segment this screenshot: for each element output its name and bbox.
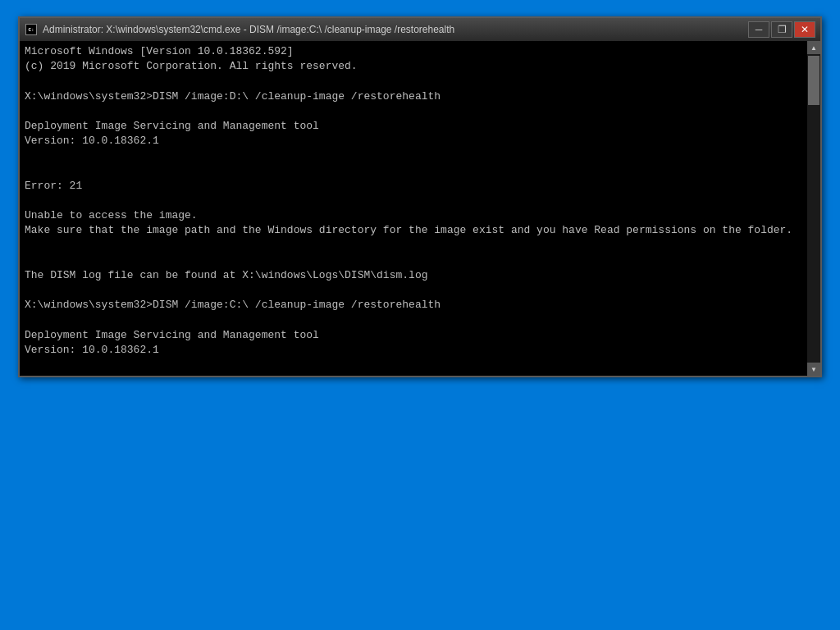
title-bar: Administrator: X:\windows\system32\cmd.e… bbox=[20, 18, 820, 41]
window-title: Administrator: X:\windows\system32\cmd.e… bbox=[43, 24, 454, 35]
console-content[interactable]: Microsoft Windows [Version 10.0.18362.59… bbox=[20, 41, 807, 376]
scrollbar[interactable]: ▲ ▼ bbox=[807, 41, 820, 376]
scrollbar-thumb[interactable] bbox=[808, 56, 819, 105]
scroll-up-arrow[interactable]: ▲ bbox=[807, 41, 820, 54]
cmd-window-icon bbox=[25, 23, 38, 36]
scroll-down-arrow[interactable]: ▼ bbox=[807, 363, 820, 376]
cmd-window: Administrator: X:\windows\system32\cmd.e… bbox=[18, 16, 822, 377]
title-bar-buttons: ─ ❐ ✕ bbox=[748, 21, 815, 38]
cmd-icon bbox=[25, 24, 37, 35]
restore-button[interactable]: ❐ bbox=[771, 21, 792, 38]
console-output: Microsoft Windows [Version 10.0.18362.59… bbox=[25, 44, 802, 372]
scrollbar-track[interactable] bbox=[807, 54, 820, 363]
close-button[interactable]: ✕ bbox=[794, 21, 815, 38]
title-bar-left: Administrator: X:\windows\system32\cmd.e… bbox=[25, 23, 454, 36]
minimize-button[interactable]: ─ bbox=[748, 21, 769, 38]
console-body: Microsoft Windows [Version 10.0.18362.59… bbox=[20, 41, 820, 376]
